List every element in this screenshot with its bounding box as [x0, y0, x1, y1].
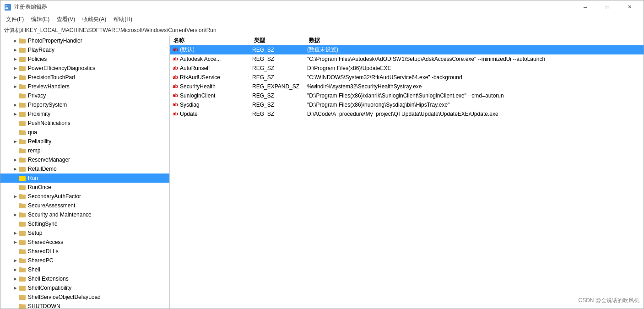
tree-item-pushnotifications[interactable]: ▶ PushNotifications: [0, 119, 169, 128]
tree-label: qua: [28, 129, 37, 136]
tree-item-reliability[interactable]: ▶ Reliability: [0, 137, 169, 146]
tree-panel: ▶ PhotoPropertyHandler ▶ PlayReady ▶: [0, 36, 170, 309]
detail-row-autorunself[interactable]: ab AutoRunself REG_SZ D:\Program Files(x…: [170, 64, 644, 73]
minimize-button[interactable]: ─: [575, 0, 596, 14]
tree-item-settingsync[interactable]: ▶ SettingSync: [0, 219, 169, 228]
expand-icon: ▶: [11, 83, 19, 90]
tree-label: Shell: [28, 266, 40, 273]
tree-item-photoproperty[interactable]: ▶ PhotoPropertyHandler: [0, 36, 169, 45]
folder-icon: [19, 211, 26, 218]
tree-item-privacy[interactable]: ▶ Privacy: [0, 91, 169, 100]
tree-item-proximity[interactable]: ▶ Proximity: [0, 109, 169, 119]
tree-item-sharedaccess[interactable]: ▶ SharedAccess: [0, 238, 169, 247]
tree-item-retaildemo[interactable]: ▶ RetailDemo: [0, 164, 169, 173]
tree-label: Security and Maintenance: [28, 211, 92, 218]
tree-label: PowerEfficiencyDiagnostics: [28, 65, 95, 71]
detail-row-update[interactable]: ab Update REG_SZ D:\ACode\A_procedure\My…: [170, 109, 644, 119]
menu-view[interactable]: 查看(V): [53, 15, 79, 24]
svg-rect-2: [5, 7, 8, 8]
detail-scroll[interactable]: ab (默认) REG_SZ (数值未设置) ab Autodesk Acce.…: [170, 45, 644, 309]
detail-row-sysdiag[interactable]: ab Sysdiag REG_SZ "D:\Program Files(x86)…: [170, 100, 644, 109]
reg-icon: ab: [172, 65, 179, 72]
tree-item-shareddlls[interactable]: ▶ SharedDLLs: [0, 247, 169, 256]
tree-item-playready[interactable]: ▶ PlayReady: [0, 45, 169, 54]
tree-label: Privacy: [28, 92, 46, 99]
menu-file[interactable]: 文件(F): [2, 15, 27, 24]
tree-item-qua[interactable]: ▶ qua: [0, 128, 169, 137]
folder-icon: [19, 55, 26, 63]
row-data: D:\ACode\A_procedure\My_project\QTUpdata…: [307, 111, 644, 117]
tree-label: Policies: [28, 56, 47, 62]
menu-help[interactable]: 帮助(H): [110, 15, 136, 24]
expand-icon: ▶: [11, 101, 19, 108]
col-header-name: 名称: [172, 37, 254, 44]
reg-icon: ab: [172, 74, 179, 81]
tree-item-propertysystem[interactable]: ▶ PropertySystem: [0, 100, 169, 109]
expand-icon: ▶: [11, 257, 19, 264]
detail-header: 名称 类型 数据: [170, 36, 644, 45]
menu-edit[interactable]: 编辑(E): [27, 15, 53, 24]
row-type: REG_SZ: [252, 56, 307, 62]
row-name: SecurityHealth: [180, 83, 216, 90]
folder-icon: [19, 266, 26, 273]
tree-item-powereff[interactable]: ▶ PowerEfficiencyDiagnostics: [0, 64, 169, 73]
expand-icon: ▶: [11, 65, 19, 72]
menu-favorites[interactable]: 收藏夹(A): [79, 15, 110, 24]
tree-label: ShellCompatibility: [28, 285, 71, 291]
folder-icon: [19, 92, 26, 99]
row-type: REG_SZ: [252, 102, 307, 108]
folder-icon: [19, 275, 26, 282]
tree-item-shell[interactable]: ▶ Shell: [0, 265, 169, 274]
tree-label: rempl: [28, 147, 42, 154]
row-type: REG_EXPAND_SZ: [252, 83, 307, 90]
tree-item-shutdown[interactable]: ▶ SHUTDOWN: [0, 302, 169, 309]
tree-scroll[interactable]: ▶ PhotoPropertyHandler ▶ PlayReady ▶: [0, 36, 169, 309]
tree-item-runonce[interactable]: ▶ RunOnce: [0, 183, 169, 192]
tree-item-setup[interactable]: ▶ Setup: [0, 228, 169, 238]
tree-item-shellcompat[interactable]: ▶ ShellCompatibility: [0, 283, 169, 293]
folder-icon: [19, 174, 26, 182]
tree-item-rempl[interactable]: ▶ rempl: [0, 146, 169, 155]
close-button[interactable]: ✕: [619, 0, 640, 14]
expand-icon: ▶: [11, 275, 19, 282]
folder-icon: [19, 284, 26, 292]
title-bar: 注册表编辑器 ─ □ ✕: [0, 0, 644, 14]
tree-item-run[interactable]: ▶ Run: [0, 173, 169, 183]
row-name: (默认): [180, 46, 195, 54]
detail-row-default[interactable]: ab (默认) REG_SZ (数值未设置): [170, 45, 644, 54]
tree-item-secondaryauth[interactable]: ▶ SecondaryAuthFactor: [0, 192, 169, 201]
content-area: ▶ PhotoPropertyHandler ▶ PlayReady ▶: [0, 36, 644, 309]
tree-label: RunOnce: [28, 184, 51, 190]
row-name: Sysdiag: [180, 102, 200, 108]
folder-icon: [19, 138, 26, 145]
tree-item-security-maintenance[interactable]: ▶ Security and Maintenance: [0, 210, 169, 219]
tree-item-sharedpc[interactable]: ▶ SharedPC: [0, 256, 169, 265]
tree-item-previewhandlers[interactable]: ▶ PreviewHandlers: [0, 82, 169, 91]
folder-icon: [19, 65, 26, 72]
detail-row-sunlogin[interactable]: ab SunloginClient REG_SZ "D:\Program Fil…: [170, 91, 644, 100]
tree-item-policies[interactable]: ▶ Policies: [0, 54, 169, 64]
folder-icon: [19, 202, 26, 209]
maximize-button[interactable]: □: [597, 0, 618, 14]
detail-row-securityhealth[interactable]: ab SecurityHealth REG_EXPAND_SZ %windir%…: [170, 82, 644, 91]
row-data: "D:\Program Files(x86)\xianrik\SunloginC…: [307, 92, 644, 99]
folder-icon: [19, 257, 26, 264]
row-name: SunloginClient: [180, 92, 215, 99]
tree-label: Reliability: [28, 138, 51, 145]
tree-item-shellservice[interactable]: ▶ ShellServiceObjectDelayLoad: [0, 293, 169, 302]
address-bar: 计算机\HKEY_LOCAL_MACHINE\SOFTWARE\Microsof…: [0, 25, 644, 36]
tree-label: PushNotifications: [28, 120, 70, 126]
tree-item-precisiontouch[interactable]: ▶ PrecisionTouchPad: [0, 73, 169, 82]
window-title: 注册表编辑器: [14, 3, 47, 11]
folder-icon: [19, 184, 26, 191]
tree-label: SharedDLLs: [28, 248, 59, 255]
tree-item-secureassessment[interactable]: ▶ SecureAssessment: [0, 201, 169, 210]
detail-row-rtkaud[interactable]: ab RtkAudUService REG_SZ "C:\WINDOWS\Sys…: [170, 73, 644, 82]
detail-row-autodesk[interactable]: ab Autodesk Acce... REG_SZ "C:\Program F…: [170, 54, 644, 64]
expand-icon: ▶: [11, 46, 19, 54]
tree-item-shellextensions[interactable]: ▶ Shell Extensions: [0, 274, 169, 283]
row-data: "C:\WINDOWS\System32\RtkAudUService64.ex…: [307, 74, 644, 81]
folder-icon: [19, 239, 26, 246]
tree-item-reservemanager[interactable]: ▶ ReserveManager: [0, 155, 169, 164]
menu-bar: 文件(F) 编辑(E) 查看(V) 收藏夹(A) 帮助(H): [0, 14, 644, 25]
